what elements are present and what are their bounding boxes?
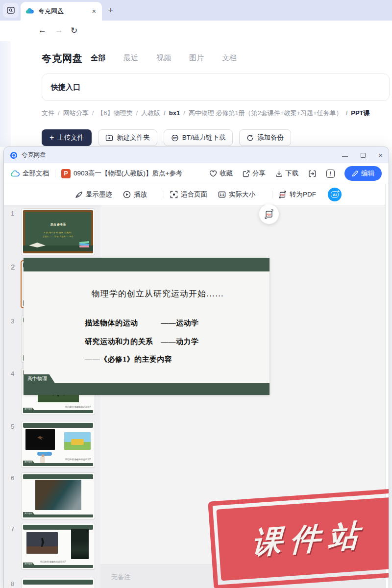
divider <box>272 191 272 198</box>
ink-quill-icon <box>75 191 83 198</box>
bt-download-label: BT/磁力链下载 <box>182 133 226 142</box>
all-docs-button[interactable]: 全部文档 <box>11 169 49 178</box>
play-button[interactable]: 播放 <box>123 190 147 199</box>
add-backup-label: 添加备份 <box>257 133 284 142</box>
favorite-button[interactable]: 收藏 <box>209 169 233 178</box>
slide-line-1: 描述物体的运动 ——运动学 <box>85 318 199 328</box>
slide-title: 物理学的创立从研究运动开始…… <box>24 288 270 299</box>
pencil-icon <box>352 171 358 177</box>
coastline-photo <box>35 480 81 510</box>
convert-pdf-icon: PDF <box>278 191 287 198</box>
new-tab-button[interactable]: + <box>105 4 117 16</box>
thumb-number-3: 3 <box>11 318 14 325</box>
slide-thumbnail-8[interactable] <box>22 578 95 588</box>
all-docs-label: 全部文档 <box>23 169 49 178</box>
thumb1-meta1: 年 级: 高一 学 科: 物理（人教版） <box>25 231 91 234</box>
tab-recent[interactable]: 最近 <box>123 53 138 63</box>
forward-icon[interactable]: → <box>55 25 63 35</box>
slide-thumbnail-1[interactable]: 质点 参考系 年 级: 高一 学 科: 物理（人教版） 主讲人: 〇〇 学 校:… <box>22 209 95 255</box>
window-titlebar[interactable]: 夸克网盘 × <box>4 147 389 163</box>
slide-footer-tag: 高中物理 <box>24 374 55 383</box>
pdf-rotate-icon: PDF <box>264 209 274 220</box>
cloud-icon <box>11 170 20 177</box>
refresh-icon[interactable]: ↻ <box>71 25 77 36</box>
crumb-share[interactable]: 网站分享 <box>54 109 89 117</box>
browser-navbar: ← → ↻ <box>0 21 392 41</box>
slide-footer-bar <box>24 383 270 395</box>
thumb7-caption: 我们如何准确地描述运动? <box>40 561 66 563</box>
sidebar-toggle-button[interactable] <box>3 3 19 18</box>
to-pdf-label: 转为PDF <box>290 190 316 199</box>
upload-label: 上传文件 <box>57 133 84 142</box>
crumb-physics[interactable]: 【6】物理类 <box>89 109 133 117</box>
current-slide[interactable]: 物理学的创立从研究运动开始…… 描述物体的运动 ——运动学 研究运动和力的关系 … <box>24 258 270 395</box>
sidebar-search-icon <box>7 7 15 14</box>
drive-tabs: 全部 最近 视频 图片 文档 <box>91 53 237 63</box>
crumb-book[interactable]: 高中物理 必修第1册（第2套课件+教案+习题+任务单） <box>180 109 342 117</box>
drive-actions: + 上传文件 新建文件夹 BT BT/磁力链下载 添加备份 <box>42 129 291 146</box>
quick-entry-label: 快捷入口 <box>51 83 80 92</box>
slide-thumbnail-6[interactable]: 高中物理 <box>22 473 95 519</box>
favorite-label: 收藏 <box>220 169 233 178</box>
play-icon <box>123 191 131 198</box>
minimize-icon[interactable] <box>342 156 348 157</box>
thumb-number-7: 7 <box>11 525 14 533</box>
new-folder-label: 新建文件夹 <box>117 133 150 142</box>
edit-button[interactable]: 编辑 <box>344 166 382 181</box>
upload-button[interactable]: + 上传文件 <box>42 129 92 146</box>
crumb-renjiao[interactable]: 人教版 <box>132 109 160 117</box>
to-pdf-button[interactable]: PDF 转为PDF <box>278 190 316 199</box>
bt-download-button[interactable]: BT BT/磁力链下载 <box>164 129 233 146</box>
edit-label: 编辑 <box>361 169 374 178</box>
bt-magnet-icon: BT <box>171 134 179 142</box>
feedback-button[interactable]: ! <box>326 170 335 178</box>
fit-page-icon <box>170 191 178 198</box>
floating-pdf-convert-button[interactable]: PDF <box>259 204 279 224</box>
svg-text:1:1: 1:1 <box>220 193 224 196</box>
doc-toolbar-right: 收藏 分享 下载 ! 编辑 <box>209 166 382 181</box>
thumb5-caption: 我们如何准确地描述运动? <box>65 458 91 461</box>
runner-photo <box>26 532 58 554</box>
thumb-footer-bar <box>23 514 93 517</box>
share-button[interactable]: 分享 <box>243 169 266 178</box>
tab-all[interactable]: 全部 <box>91 53 105 63</box>
divider <box>164 191 164 198</box>
viewer-window: 夸克网盘 × 全部文档 P 0903高一【物理(人教版)】质点+参考 收藏 <box>4 147 389 588</box>
tab-close-icon[interactable]: × <box>91 7 97 15</box>
slide-thumbnail-5[interactable]: 我们如何准确地描述运动? 高中物理 <box>22 421 95 467</box>
eagle-video-frame <box>25 429 55 450</box>
download-button[interactable]: 下载 <box>275 169 298 178</box>
document-tab[interactable]: P 0903高一【物理(人教版)】质点+参考 <box>61 169 182 178</box>
new-folder-button[interactable]: 新建文件夹 <box>98 129 157 146</box>
slide-thumbnail-7[interactable]: 我们如何准确地描述运动? 高中物理 <box>22 523 95 569</box>
quark-favicon <box>25 7 34 16</box>
thumb4-caption: 我们如何准确地描述运动? <box>65 406 91 408</box>
maximize-icon[interactable] <box>361 153 366 158</box>
add-backup-button[interactable]: 添加备份 <box>239 129 291 146</box>
tab-image[interactable]: 图片 <box>189 53 204 63</box>
breadcrumb: 文件网站分享【6】物理类人教版bx1高中物理 必修第1册（第2套课件+教案+习题… <box>42 109 392 118</box>
folder-plus-icon <box>105 134 113 141</box>
save-to-drive-icon <box>308 170 317 178</box>
ppt-file-icon: P <box>61 169 71 178</box>
crumb-bx1[interactable]: bx1 <box>160 109 180 117</box>
quick-entry-card[interactable]: 快捷入口 <box>42 74 390 101</box>
play-label: 播放 <box>134 190 147 199</box>
actual-size-button[interactable]: 1:1 实际大小 <box>218 190 255 199</box>
transfer-button[interactable] <box>308 170 317 178</box>
ai-icon: AI <box>331 191 339 198</box>
close-icon[interactable]: × <box>378 153 383 158</box>
crumb-files[interactable]: 文件 <box>42 109 54 117</box>
tab-doc[interactable]: 文档 <box>222 53 237 63</box>
ai-assistant-button[interactable]: AI <box>328 188 342 201</box>
tab-video[interactable]: 视频 <box>156 53 171 63</box>
back-icon[interactable]: ← <box>38 25 47 35</box>
slide-line-2: 研究运动和力的关系 ——动力学 <box>85 337 199 346</box>
notes-placeholder: 无备注 <box>111 573 130 582</box>
show-ink-button[interactable]: 显示墨迹 <box>75 190 112 199</box>
browser-tab[interactable]: 夸克网盘 × <box>21 2 102 21</box>
view-toolbar: 显示墨迹 播放 适合页面 1:1 实际大小 PDF 转为PDF AI <box>4 184 389 205</box>
fit-page-button[interactable]: 适合页面 <box>170 190 207 199</box>
actual-size-icon: 1:1 <box>218 191 226 198</box>
crumb-ppt[interactable]: PPT课 <box>343 109 370 117</box>
